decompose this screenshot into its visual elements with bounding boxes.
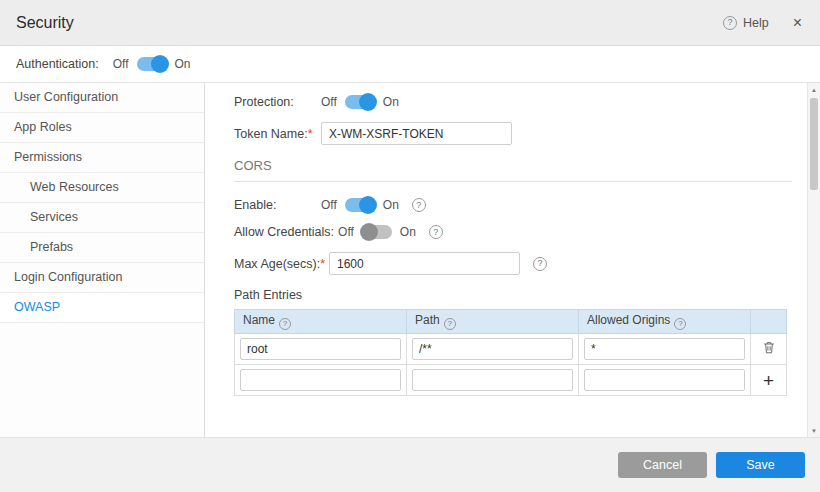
allow-credentials-help-icon[interactable]: ? xyxy=(429,225,443,239)
scrollbar-thumb[interactable] xyxy=(810,98,818,190)
page-title: Security xyxy=(16,14,74,32)
table-row-new: + xyxy=(235,365,787,396)
required-asterisk: * xyxy=(320,257,325,271)
trash-icon xyxy=(762,340,776,355)
authentication-off-label: Off xyxy=(113,57,129,71)
main-area: User Configuration App Roles Permissions… xyxy=(0,83,820,437)
table-header-row: Name? Path? Allowed Origins? xyxy=(235,310,787,334)
path-entry-path-input[interactable] xyxy=(412,338,573,360)
column-header-path-text: Path xyxy=(415,313,440,327)
help-label: Help xyxy=(743,16,769,30)
sidebar-item-owasp[interactable]: OWASP xyxy=(0,293,204,323)
toggle-knob xyxy=(359,196,377,214)
column-header-path: Path? xyxy=(407,310,579,334)
protection-off-label: Off xyxy=(321,95,337,109)
authentication-label: Authentication: xyxy=(16,57,99,71)
path-entry-name-input[interactable] xyxy=(240,338,401,360)
sidebar-item-login-configuration[interactable]: Login Configuration xyxy=(0,263,204,293)
path-entries-table: Name? Path? Allowed Origins? xyxy=(234,309,787,396)
enable-help-icon[interactable]: ? xyxy=(412,198,426,212)
table-row xyxy=(235,334,787,365)
cors-divider xyxy=(234,181,792,182)
enable-toggle-group: Off On xyxy=(321,198,399,212)
allow-credentials-off-label: Off xyxy=(338,225,354,239)
column-header-name: Name? xyxy=(235,310,407,334)
help-icon: ? xyxy=(723,16,737,30)
authentication-toggle[interactable] xyxy=(137,57,167,71)
token-name-input[interactable] xyxy=(321,122,512,145)
allow-credentials-label: Allow Credentials: xyxy=(234,225,338,239)
authentication-toggle-group: Off On xyxy=(113,57,191,71)
allow-credentials-on-label: On xyxy=(400,225,416,239)
add-row-button[interactable]: + xyxy=(751,365,787,396)
plus-icon: + xyxy=(763,370,774,391)
token-name-row: Token Name:* xyxy=(234,122,792,145)
sidebar-item-app-roles[interactable]: App Roles xyxy=(0,113,204,143)
enable-on-label: On xyxy=(383,198,399,212)
close-icon[interactable]: × xyxy=(793,14,802,32)
allow-credentials-toggle-group: Off On xyxy=(338,225,416,239)
sidebar-item-services[interactable]: Services xyxy=(0,203,204,233)
protection-row: Protection: Off On xyxy=(234,95,792,109)
help-button[interactable]: ? Help xyxy=(723,16,769,30)
toggle-knob xyxy=(151,55,169,73)
scroll-up-icon[interactable]: ▲ xyxy=(808,83,820,96)
sidebar-item-user-configuration[interactable]: User Configuration xyxy=(0,83,204,113)
new-path-entry-name-input[interactable] xyxy=(240,369,401,391)
delete-row-button[interactable] xyxy=(751,334,787,365)
new-path-entry-origins-input[interactable] xyxy=(584,369,745,391)
sidebar-item-permissions[interactable]: Permissions xyxy=(0,143,204,173)
sidebar-item-web-resources[interactable]: Web Resources xyxy=(0,173,204,203)
column-header-allowed-origins-text: Allowed Origins xyxy=(587,313,670,327)
toggle-knob xyxy=(359,93,377,111)
path-help-icon[interactable]: ? xyxy=(444,318,456,330)
column-header-actions xyxy=(751,310,787,334)
token-name-label: Token Name:* xyxy=(234,127,321,141)
authentication-on-label: On xyxy=(175,57,191,71)
owasp-panel: Protection: Off On Token Name:* CORS Ena… xyxy=(205,83,820,437)
protection-toggle[interactable] xyxy=(345,95,375,109)
required-asterisk: * xyxy=(308,127,313,141)
cancel-button[interactable]: Cancel xyxy=(618,452,707,478)
new-path-entry-path-input[interactable] xyxy=(412,369,573,391)
max-age-label-text: Max Age(secs): xyxy=(234,257,320,271)
enable-off-label: Off xyxy=(321,198,337,212)
path-entry-origins-input[interactable] xyxy=(584,338,745,360)
enable-toggle[interactable] xyxy=(345,198,375,212)
path-entries-title: Path Entries xyxy=(234,288,792,302)
allowed-origins-help-icon[interactable]: ? xyxy=(674,318,686,330)
protection-on-label: On xyxy=(383,95,399,109)
allow-credentials-row: Allow Credentials: Off On ? xyxy=(234,225,792,239)
token-name-label-text: Token Name: xyxy=(234,127,308,141)
max-age-label: Max Age(secs):* xyxy=(234,257,329,271)
toggle-knob xyxy=(360,223,378,241)
dialog-header: Security ? Help × xyxy=(0,0,820,46)
column-header-allowed-origins: Allowed Origins? xyxy=(579,310,751,334)
scroll-down-icon[interactable]: ▼ xyxy=(808,424,820,437)
protection-label: Protection: xyxy=(234,95,321,109)
max-age-row: Max Age(secs):* ? xyxy=(234,252,792,275)
dialog-footer: Cancel Save xyxy=(0,437,820,492)
cors-section-title: CORS xyxy=(234,158,792,173)
protection-toggle-group: Off On xyxy=(321,95,399,109)
enable-label: Enable: xyxy=(234,198,321,212)
sidebar-item-prefabs[interactable]: Prefabs xyxy=(0,233,204,263)
name-help-icon[interactable]: ? xyxy=(279,318,291,330)
sidebar: User Configuration App Roles Permissions… xyxy=(0,83,205,437)
security-dialog: Security ? Help × Authentication: Off On… xyxy=(0,0,820,492)
max-age-help-icon[interactable]: ? xyxy=(533,257,547,271)
max-age-input[interactable] xyxy=(329,252,520,275)
column-header-name-text: Name xyxy=(243,313,275,327)
authentication-bar: Authentication: Off On xyxy=(0,46,820,83)
save-button[interactable]: Save xyxy=(716,452,805,478)
vertical-scrollbar[interactable]: ▲ ▼ xyxy=(807,83,820,437)
cors-enable-row: Enable: Off On ? xyxy=(234,198,792,212)
allow-credentials-toggle[interactable] xyxy=(362,225,392,239)
